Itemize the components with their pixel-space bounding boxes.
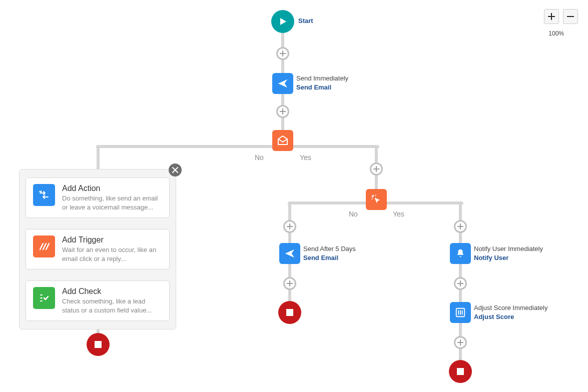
add-trigger-option[interactable]: Add Trigger Wait for an even to occur, l…	[26, 229, 170, 270]
stop-node[interactable]	[449, 360, 472, 383]
score-icon	[455, 307, 466, 318]
zoom-level-label: 100%	[548, 30, 564, 37]
node-title: Adjust Score	[474, 312, 547, 322]
add-action-option[interactable]: Add Action Do something, like send an em…	[26, 178, 170, 218]
send-icon	[284, 248, 295, 259]
node-title: Notify User	[474, 254, 543, 262]
zoom-in-button[interactable]	[544, 9, 559, 24]
add-step-button[interactable]	[454, 336, 467, 349]
add-step-button[interactable]	[283, 277, 296, 290]
play-icon	[278, 17, 287, 26]
branch-no-label: No	[349, 210, 358, 218]
close-icon	[172, 167, 178, 173]
node-subtitle: Notify User Immediately	[474, 244, 543, 254]
option-title: Add Check	[62, 287, 162, 296]
add-check-option[interactable]: Add Check Check something, like a lead s…	[26, 280, 170, 321]
node-title: Send Email	[303, 254, 356, 262]
add-step-popup: Add Action Do something, like send an em…	[19, 169, 176, 330]
start-label: Start	[298, 16, 313, 26]
node-title: Send Email	[296, 83, 348, 92]
stop-node[interactable]	[87, 333, 110, 356]
zoom-out-button[interactable]	[563, 9, 578, 24]
send-icon	[277, 78, 288, 89]
plus-icon	[548, 13, 555, 20]
option-desc: Do something, like send an email or leav…	[62, 194, 162, 212]
option-desc: Check something, like a lead status or a…	[62, 297, 162, 314]
send-email-delayed-node[interactable]	[279, 243, 300, 264]
node-subtitle: Send After 5 Days	[303, 244, 356, 254]
add-step-button[interactable]	[276, 105, 289, 118]
cursor-click-icon	[371, 194, 382, 205]
add-step-button[interactable]	[370, 162, 383, 176]
add-step-button[interactable]	[454, 220, 467, 233]
adjust-score-node[interactable]	[450, 302, 471, 323]
option-title: Add Trigger	[62, 236, 162, 244]
action-icon	[38, 189, 50, 201]
email-open-trigger-node[interactable]	[272, 130, 293, 151]
popup-close-button[interactable]	[169, 164, 182, 176]
option-title: Add Action	[62, 184, 162, 193]
option-desc: Wait for an even to occur, like an email…	[62, 246, 162, 263]
branch-yes-label: Yes	[300, 154, 311, 162]
node-subtitle: Adjust Score Immediately	[474, 304, 547, 312]
stop-icon	[95, 341, 102, 348]
bell-icon	[455, 248, 466, 259]
svg-rect-2	[457, 368, 464, 375]
branch-yes-label: Yes	[393, 210, 404, 218]
start-node[interactable]	[271, 10, 294, 33]
svg-rect-3	[95, 341, 102, 348]
workflow-canvas[interactable]: 100% Start Send Immediately Send Email	[0, 0, 588, 392]
svg-rect-0	[286, 309, 293, 316]
branch-no-label: No	[255, 154, 264, 162]
check-icon	[38, 292, 50, 304]
stop-icon	[286, 309, 293, 316]
mail-open-icon	[277, 134, 289, 146]
zoom-controls	[544, 9, 578, 24]
add-step-button[interactable]	[276, 47, 289, 60]
notify-user-node[interactable]	[450, 243, 471, 264]
add-step-button[interactable]	[283, 220, 296, 233]
add-step-button[interactable]	[454, 277, 467, 290]
connector	[98, 145, 378, 148]
stop-node[interactable]	[278, 301, 301, 324]
click-trigger-node[interactable]	[366, 189, 387, 210]
send-email-node[interactable]	[272, 73, 293, 94]
node-subtitle: Send Immediately	[296, 74, 348, 83]
trigger-icon	[38, 240, 50, 252]
stop-icon	[457, 368, 464, 375]
minus-icon	[567, 13, 574, 20]
